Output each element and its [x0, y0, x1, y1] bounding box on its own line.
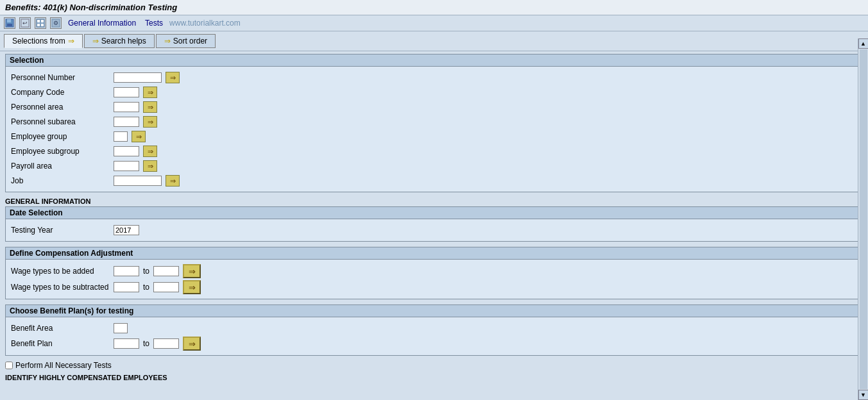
- svg-text:⚙: ⚙: [53, 20, 58, 26]
- wage-types-subtracted-label: Wage types to be subtracted: [11, 283, 114, 292]
- wage-types-subtracted-from-input[interactable]: [114, 282, 139, 292]
- payroll-area-label: Payroll area: [11, 162, 114, 171]
- personnel-area-label: Personnel area: [11, 103, 114, 112]
- tests-menu[interactable]: Tests: [142, 19, 166, 28]
- employee-subgroup-label: Employee subgroup: [11, 147, 114, 156]
- svg-rect-9: [41, 24, 44, 26]
- testing-year-label: Testing Year: [11, 226, 114, 235]
- svg-rect-1: [7, 19, 11, 22]
- payroll-area-row: Payroll area ⇒: [11, 160, 857, 172]
- compensation-section: Define Compensation Adjustment Wage type…: [5, 247, 863, 299]
- compensation-header: Define Compensation Adjustment: [6, 247, 862, 260]
- scroll-up-btn[interactable]: ▲: [858, 38, 869, 49]
- svg-text:↩: ↩: [22, 20, 28, 26]
- wage-types-added-from-input[interactable]: [114, 266, 139, 276]
- layout-icon[interactable]: [35, 17, 46, 29]
- job-label: Job: [11, 176, 114, 185]
- personnel-subarea-row: Personnel subarea ⇒: [11, 115, 857, 128]
- tab-bar: Selections from ⇒ ⇒ Search helps ⇒ Sort …: [0, 31, 868, 51]
- personnel-subarea-arrow-btn[interactable]: ⇒: [143, 116, 157, 128]
- tab-sort-arrow-left: ⇒: [164, 37, 171, 46]
- wage-types-added-label: Wage types to be added: [11, 267, 114, 276]
- toolbar: ↩ ⚙ General Information Tests www.tutori…: [0, 15, 868, 31]
- svg-rect-7: [41, 20, 44, 22]
- tab-search-helps[interactable]: ⇒ Search helps: [84, 34, 155, 48]
- benefit-area-label: Benefit Area: [11, 324, 114, 333]
- wage-types-subtracted-to-input[interactable]: [153, 282, 179, 292]
- wage-types-added-to-input[interactable]: [153, 266, 179, 276]
- wage-types-subtracted-arrow-btn[interactable]: ⇒: [183, 280, 201, 294]
- svg-rect-6: [37, 20, 40, 22]
- settings-icon[interactable]: ⚙: [50, 17, 62, 29]
- benefit-plan-to-label: to: [143, 339, 149, 348]
- employee-subgroup-arrow-btn[interactable]: ⇒: [143, 146, 157, 157]
- payroll-area-input[interactable]: [114, 161, 139, 171]
- employee-group-arrow-btn[interactable]: ⇒: [132, 131, 146, 142]
- testing-year-input[interactable]: [114, 225, 139, 235]
- general-info-label: GENERAL INFORMATION: [5, 197, 863, 205]
- scrollbar[interactable]: ▲ ▼: [858, 38, 868, 387]
- benefit-header: Choose Benefit Plan(s) for testing: [6, 305, 862, 317]
- wage-types-added-row: Wage types to be added to ⇒: [11, 264, 857, 278]
- benefit-area-input[interactable]: [114, 323, 128, 333]
- general-info-menu[interactable]: General Information: [65, 19, 139, 28]
- employee-subgroup-input[interactable]: [114, 146, 139, 156]
- benefit-plan-to-input[interactable]: [153, 338, 179, 349]
- perform-tests-label: Perform All Necessary Tests: [15, 361, 112, 370]
- wage-types-subtracted-row: Wage types to be subtracted to ⇒: [11, 280, 857, 294]
- svg-rect-2: [7, 24, 12, 26]
- personnel-subarea-input[interactable]: [114, 117, 139, 127]
- back-icon[interactable]: ↩: [19, 17, 31, 29]
- main-content: Selection Personnel Number ⇒ Company Cod…: [0, 51, 868, 387]
- personnel-area-row: Personnel area ⇒: [11, 101, 857, 113]
- benefit-section: Choose Benefit Plan(s) for testing Benef…: [5, 304, 863, 356]
- watermark: www.tutorialkart.com: [169, 19, 241, 28]
- personnel-subarea-label: Personnel subarea: [11, 117, 114, 126]
- benefit-plan-arrow-btn[interactable]: ⇒: [183, 337, 201, 351]
- personnel-number-input[interactable]: [114, 72, 162, 83]
- benefit-content: Benefit Area Benefit Plan to ⇒: [6, 317, 862, 355]
- job-arrow-btn[interactable]: ⇒: [166, 175, 180, 187]
- payroll-area-arrow-btn[interactable]: ⇒: [143, 160, 157, 172]
- selection-content: Personnel Number ⇒ Company Code ⇒ Person…: [6, 67, 862, 192]
- tab-sort-order[interactable]: ⇒ Sort order: [156, 34, 216, 48]
- benefit-plan-row: Benefit Plan to ⇒: [11, 337, 857, 351]
- svg-rect-8: [37, 24, 40, 26]
- employee-group-label: Employee group: [11, 132, 114, 141]
- date-selection-header: Date Selection: [6, 207, 862, 219]
- tab-search-label: Search helps: [101, 37, 146, 46]
- tab-sort-label: Sort order: [173, 37, 207, 46]
- bottom-label: IDENTIFY HIGHLY COMPENSATED EMPLOYEES: [5, 374, 863, 381]
- perform-tests-checkbox[interactable]: [5, 362, 13, 369]
- compensation-content: Wage types to be added to ⇒ Wage types t…: [6, 260, 862, 299]
- perform-tests-row: Perform All Necessary Tests: [5, 361, 863, 370]
- tab-selections-label: Selections from: [12, 37, 65, 46]
- company-code-arrow-btn[interactable]: ⇒: [143, 87, 157, 98]
- tab-selections-arrow: ⇒: [68, 37, 74, 46]
- wage-types-added-arrow-btn[interactable]: ⇒: [183, 264, 201, 278]
- personnel-number-label: Personnel Number: [11, 73, 114, 82]
- benefit-plan-from-input[interactable]: [114, 338, 139, 349]
- scroll-track[interactable]: [860, 49, 867, 387]
- job-input[interactable]: [114, 176, 162, 186]
- date-selection-content: Testing Year: [6, 219, 862, 241]
- selection-section: Selection Personnel Number ⇒ Company Cod…: [5, 54, 863, 192]
- save-icon[interactable]: [4, 17, 15, 29]
- employee-group-input[interactable]: [114, 131, 128, 142]
- benefit-area-row: Benefit Area: [11, 322, 857, 335]
- personnel-area-input[interactable]: [114, 102, 139, 112]
- employee-group-row: Employee group ⇒: [11, 130, 857, 143]
- company-code-row: Company Code ⇒: [11, 86, 857, 99]
- company-code-label: Company Code: [11, 88, 114, 97]
- selection-header: Selection: [6, 54, 862, 67]
- personnel-number-arrow-btn[interactable]: ⇒: [166, 72, 180, 83]
- tab-search-arrow-left: ⇒: [92, 37, 99, 46]
- job-row: Job ⇒: [11, 174, 857, 187]
- benefit-plan-label: Benefit Plan: [11, 339, 114, 348]
- testing-year-row: Testing Year: [11, 224, 857, 237]
- tab-selections-from[interactable]: Selections from ⇒: [4, 34, 83, 48]
- title-bar: Benefits: 401(k) Non-discrimination Test…: [0, 0, 868, 15]
- page-title: Benefits: 401(k) Non-discrimination Test…: [5, 3, 177, 12]
- company-code-input[interactable]: [114, 87, 139, 97]
- personnel-area-arrow-btn[interactable]: ⇒: [143, 101, 157, 113]
